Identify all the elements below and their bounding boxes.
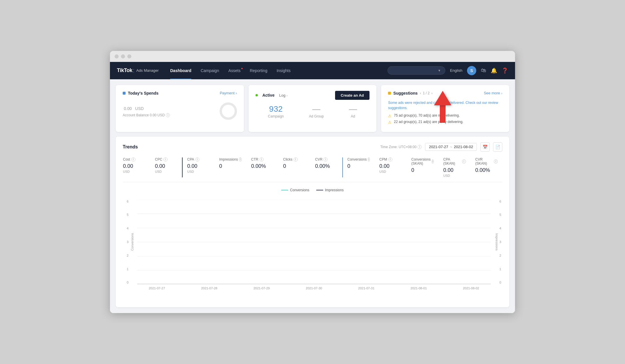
export-icon-btn[interactable]: 📄 (493, 142, 502, 152)
ad-group-stat: — Ad Group (309, 104, 324, 118)
metric-cpa-skan-value: 0.00 (443, 167, 466, 173)
nav-search[interactable]: ▾ (387, 66, 445, 75)
see-more-group: See more › (484, 91, 502, 95)
browser-dot-yellow (121, 54, 125, 58)
ad-label: Ad (349, 114, 357, 118)
suggestion-text-1: 75 ad group(s), 70 ad(s) are not deliver… (394, 113, 459, 117)
campaign-count: 932 (268, 104, 284, 114)
create-ad-button[interactable]: Create an Ad (335, 91, 370, 100)
ad-count: — (349, 104, 357, 114)
bell-icon[interactable]: 🔔 (491, 67, 497, 74)
y-axis-title-right: Impressions (495, 233, 498, 250)
clicks-info-icon[interactable]: i (294, 157, 298, 161)
cpa-info-icon[interactable]: i (195, 157, 199, 161)
y-right-6: 6 (499, 200, 501, 203)
metric-clicks: Clicks i 0 (278, 157, 310, 177)
y-left-2: 2 (127, 254, 128, 257)
metric-cpa-skan-unit: USD (443, 174, 466, 177)
spends-title-icon (123, 92, 126, 95)
ad-group-label: Ad Group (309, 114, 324, 118)
y-left-4: 4 (127, 227, 128, 230)
nav-insights[interactable]: Insights (277, 67, 291, 74)
metric-impressions: Impressions i 0 (214, 157, 247, 177)
timezone-info-icon[interactable]: i (418, 145, 422, 149)
ad-stat: — Ad (349, 104, 357, 118)
cvr-info-icon[interactable]: i (323, 157, 328, 161)
bag-icon[interactable]: 🛍 (481, 67, 486, 73)
y-left-6: 6 (127, 200, 128, 203)
cost-info-icon[interactable]: i (131, 157, 135, 161)
cpc-info-icon[interactable]: i (163, 157, 168, 161)
x-label-5: 2021-08-01 (411, 286, 427, 290)
metric-cvr-skan-label: CVR (SKAN) i (475, 157, 498, 166)
conversions-info-icon[interactable]: i (368, 157, 370, 161)
nav-assets[interactable]: Assets (228, 67, 240, 74)
active-dot (255, 94, 258, 96)
metric-cpc-value: 0.00 (155, 163, 178, 169)
spends-amount: 0.00 USD (123, 103, 170, 112)
y-axis-title-left: Conversions (130, 233, 134, 251)
campaign-label: Campaign (268, 114, 284, 118)
main-content: Today's Spends Payment › 0.00 USD (110, 79, 515, 313)
y-right-4: 4 (499, 227, 501, 230)
cpa-skan-info-icon[interactable]: i (462, 159, 466, 163)
ctr-info-icon[interactable]: i (260, 157, 264, 161)
y-right-2: 2 (499, 254, 501, 257)
chart-container: Conversions 6 5 4 3 2 1 0 (123, 197, 502, 302)
cards-row: Today's Spends Payment › 0.00 USD (116, 85, 509, 132)
nav-avatar[interactable]: S (467, 66, 476, 75)
help-icon[interactable]: ❓ (502, 67, 508, 74)
suggestions-title-group: Suggestions ‹ 1 / 2 › (388, 91, 432, 95)
impressions-info-icon[interactable]: i (239, 157, 242, 161)
metric-cpm: CPM i 0.00 USD (374, 157, 407, 177)
nav-reporting[interactable]: Reporting (250, 67, 267, 74)
metric-impressions-label: Impressions i (219, 157, 242, 161)
page-num: 1 / 2 (423, 91, 429, 95)
balance-info-icon[interactable]: i (166, 113, 170, 117)
active-status-header: Active Log › (255, 93, 288, 98)
chart-svg (137, 200, 491, 284)
suggestion-item-1: ⚠ 75 ad group(s), 70 ad(s) are not deliv… (388, 113, 502, 118)
nav-campaign[interactable]: Campaign (201, 67, 219, 74)
page-prev-btn[interactable]: ‹ (420, 91, 421, 95)
browser-chrome (110, 51, 515, 62)
y-right-0: 0 (499, 281, 501, 284)
spends-card-title: Today's Spends (123, 91, 159, 95)
metric-ctr-value: 0.00% (251, 163, 274, 169)
browser-window: TikTok : Ads Manager Dashboard Campaign … (110, 51, 515, 313)
legend-impressions-line (316, 190, 323, 190)
date-tilde: ~ (450, 145, 452, 149)
calendar-icon-btn[interactable]: 📅 (480, 142, 490, 152)
nav-dashboard[interactable]: Dashboard (170, 67, 191, 74)
warning-icon-1: ⚠ (388, 114, 391, 118)
date-range-picker[interactable]: 2021-07-27 ~ 2021-08-02 (425, 143, 477, 151)
suggestions-icon (388, 92, 391, 95)
see-more-link[interactable]: See more (484, 91, 500, 95)
suggestions-title: Suggestions (393, 91, 418, 95)
brand-ads: Ads Manager (136, 68, 159, 73)
content-wrapper: TikTok : Ads Manager Dashboard Campaign … (110, 62, 515, 313)
see-more-arrow-icon: › (501, 91, 502, 95)
metric-conversions-skan-label: Conversions (SKAN) i (411, 157, 434, 166)
nav-links: Dashboard Campaign Assets Reporting Insi… (170, 67, 387, 74)
date-to: 2021-08-02 (454, 145, 473, 149)
spends-title-text: Today's Spends (128, 91, 159, 95)
cvr-skan-info-icon[interactable]: i (494, 159, 498, 163)
payment-link[interactable]: Payment › (220, 91, 237, 95)
y-left-1: 1 (127, 267, 128, 271)
metric-cpa: CPA i 0.00 USD (182, 157, 214, 177)
conversions-skan-info-icon[interactable]: i (432, 159, 434, 163)
y-left-3: 3 (127, 240, 128, 244)
suggestions-card: Suggestions ‹ 1 / 2 › See more › (381, 85, 509, 132)
page-next-btn[interactable]: › (431, 91, 433, 95)
cpm-info-icon[interactable]: i (388, 157, 392, 161)
metric-cvr-skan-value: 0.00% (475, 167, 498, 173)
trends-controls: Time Zone: UTC+08:00 i 2021-07-27 ~ 2021… (380, 142, 502, 152)
legend-conversions: Conversions (281, 188, 309, 192)
metric-conversions-value: 0 (348, 163, 370, 169)
metric-cpa-unit: USD (187, 170, 210, 173)
navbar-right: ▾ English S 🛍 🔔 ❓ (387, 66, 508, 75)
metric-cpm-label: CPM i (379, 157, 402, 161)
log-link[interactable]: Log › (279, 93, 288, 98)
x-label-4: 2021-07-31 (358, 286, 374, 290)
